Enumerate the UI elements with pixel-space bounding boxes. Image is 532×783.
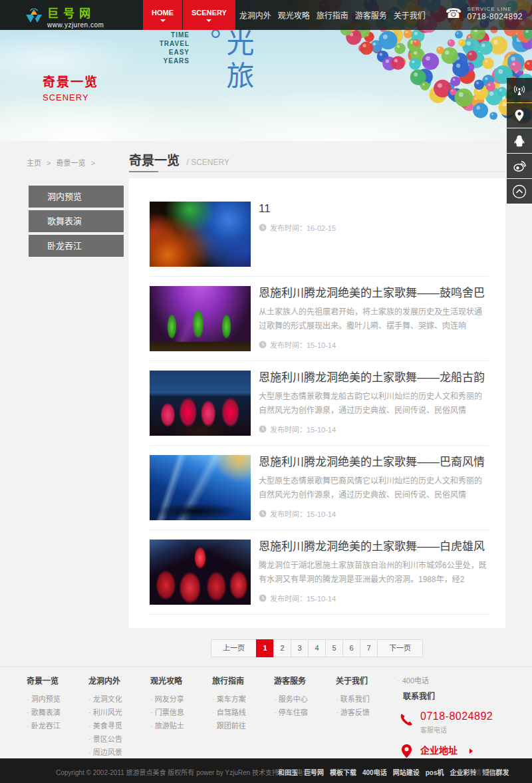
footer-link[interactable]: 利川风光: [88, 706, 148, 719]
footer-link[interactable]: 景区公告: [88, 732, 148, 746]
logo-url: www.yzjuren.com: [47, 21, 104, 29]
nav-item-longdong[interactable]: 龙洞内外: [236, 0, 275, 30]
article-title[interactable]: 恩施利川腾龙洞绝美的土家歌舞——鼓鸣舍巴: [259, 286, 489, 301]
pagination-next[interactable]: 下一页: [377, 639, 423, 657]
bottom-link[interactable]: 网站建设: [393, 767, 420, 777]
article-thumbnail-green-dancers[interactable]: [150, 286, 251, 351]
pagination-page-1[interactable]: 1: [256, 639, 274, 657]
bottom-link[interactable]: 和田玉: [278, 767, 298, 777]
breadcrumb: 主页 > 奇景一览 >: [27, 157, 98, 168]
bottom-link[interactable]: 模板下载: [330, 767, 356, 777]
article-row[interactable]: 恩施利川腾龙洞绝美的土家歌舞——白虎雄风 腾龙洞位于湖北恩施土家族苗族自治州的利…: [150, 530, 489, 615]
footer-link-400[interactable]: 400电话: [398, 675, 517, 685]
footer-link[interactable]: 服务中心: [274, 693, 334, 706]
article-list-panel: 11 发布时间：16-02-15 恩施利川腾龙洞绝美的土家歌舞——鼓鸣舍巴 从土…: [129, 178, 505, 628]
sidebar-item-song-dance[interactable]: 歌舞表演: [29, 210, 124, 232]
article-date: 发布时间：16-02-15: [259, 222, 489, 233]
back-to-top-button[interactable]: [507, 179, 532, 204]
article-thumbnail-pink-dancers[interactable]: [150, 371, 251, 436]
weibo-button[interactable]: [507, 154, 532, 178]
nav-item-youke[interactable]: 游客服务: [352, 0, 390, 30]
contact-phone-number: 0718-8024892: [420, 710, 493, 722]
pagination-page-7[interactable]: 7: [360, 639, 378, 657]
article-date: 发布时间：15-10-14: [259, 339, 489, 350]
nav-item-scenery[interactable]: SCENERY: [183, 0, 235, 30]
article-date: 发布时间：15-10-14: [259, 593, 489, 603]
breadcrumb-home[interactable]: 主页: [27, 159, 41, 167]
location-pin-icon: [514, 109, 525, 122]
footer-column-scenery: 奇景一览 洞内预览 歌舞表演 卧龙吞江: [27, 675, 86, 732]
contact-phone-label: 客服电话: [420, 724, 493, 734]
footer-link[interactable]: 停车住宿: [274, 706, 334, 719]
location-button[interactable]: [507, 103, 532, 128]
contact-address-title[interactable]: 企业地址: [420, 745, 458, 756]
bottom-link[interactable]: 400电话: [362, 767, 387, 777]
pagination-page-5[interactable]: 5: [325, 639, 343, 657]
article-row[interactable]: 恩施利川腾龙洞绝美的土家歌舞——鼓鸣舍巴 从土家族人的先祖廪君开始，将土家族的发…: [150, 277, 489, 361]
sidebar-item-wolong[interactable]: 卧龙吞江: [29, 235, 124, 257]
article-description: 从土家族人的先祖廪君开始，将土家族的发展历史及生活现状通过歌舞的形式展现出来。撒…: [259, 305, 489, 333]
footer-link[interactable]: 自驾路线: [212, 706, 272, 719]
footer-link[interactable]: 乘车方案: [212, 693, 272, 706]
bottom-link[interactable]: 巨号网: [304, 767, 324, 777]
telephone-icon: ☎: [446, 5, 462, 21]
pagination-page-4[interactable]: 4: [308, 639, 326, 657]
pagination-page-2[interactable]: 2: [273, 639, 291, 657]
article-date: 发布时间：15-10-14: [259, 508, 489, 519]
sidebar-item-cave-preview[interactable]: 洞内预览: [29, 186, 124, 208]
hero-title: 奇景一览: [43, 72, 98, 90]
footer-link[interactable]: 洞内预览: [27, 693, 86, 706]
broadcast-button[interactable]: [507, 78, 532, 102]
footer-link[interactable]: 联系我们: [336, 693, 396, 706]
article-title[interactable]: 恩施利川腾龙洞绝美的土家歌舞——白虎雄风: [259, 540, 489, 554]
floating-toolbar: [507, 78, 532, 204]
article-row[interactable]: 恩施利川腾龙洞绝美的土家歌舞——巴裔风情 大型原生态情景歌舞巴裔风情它以利川灿烂…: [150, 446, 489, 530]
phone-icon: [399, 712, 414, 727]
article-title[interactable]: 恩施利川腾龙洞绝美的土家歌舞——巴裔风情: [259, 455, 489, 470]
signal-icon: [513, 84, 525, 96]
footer-link[interactable]: 旅游贴士: [150, 719, 210, 732]
footer-link[interactable]: 卧龙吞江: [27, 719, 86, 732]
footer-link[interactable]: 网友分享: [150, 693, 210, 706]
footer-link[interactable]: 歌舞表演: [27, 706, 86, 719]
article-thumbnail-red-dancers[interactable]: [150, 540, 251, 605]
site-logo[interactable]: 巨号网 www.yzjuren.com: [24, 4, 104, 29]
footer-link[interactable]: 跟团前往: [212, 719, 272, 732]
footer-link[interactable]: 美食寻觅: [88, 719, 148, 732]
article-thumbnail-blue-stage[interactable]: [150, 455, 251, 520]
weibo-icon: [513, 160, 526, 172]
footer-link[interactable]: 门票信息: [150, 706, 210, 719]
footer-column-youke: 游客服务 服务中心 停车住宿: [274, 675, 334, 719]
article-thumbnail-cave[interactable]: [150, 202, 251, 267]
nav-item-home[interactable]: HOME: [143, 0, 182, 30]
bottom-link[interactable]: pos机: [426, 767, 444, 777]
title-divider: [129, 172, 505, 172]
clock-icon: [259, 510, 267, 518]
page-title: 奇景一览: [129, 150, 180, 168]
pagination-page-6[interactable]: 6: [342, 639, 360, 657]
category-sidebar: 洞内预览 歌舞表演 卧龙吞江: [29, 186, 124, 259]
article-row[interactable]: 恩施利川腾龙洞绝美的土家歌舞——龙船古韵 大型原生态情景歌舞龙船古韵它以利川灿烂…: [150, 361, 489, 446]
footer-column-lvxing: 旅行指南 乘车方案 自驾路线 跟团前往: [212, 675, 272, 732]
pagination-prev[interactable]: 上一页: [211, 639, 257, 657]
article-description: 大型原生态情景歌舞巴裔风情它以利川灿烂的历史人文和秀丽的自然风光为创作源泉，通过…: [259, 474, 489, 502]
footer-link[interactable]: 周边风景: [88, 746, 148, 759]
clock-icon: [259, 425, 267, 433]
article-row[interactable]: 11 发布时间：16-02-15: [150, 202, 489, 277]
nav-item-guanyu[interactable]: 关于我们: [390, 0, 429, 30]
nav-item-lvxing[interactable]: 旅行指南: [313, 0, 352, 30]
footer-link[interactable]: 龙洞文化: [88, 693, 148, 706]
footer-contact: 400电话 联系我们 0718-8024892 客服电话 企业地址 恩施州恩施市: [398, 675, 517, 768]
article-title[interactable]: 11: [259, 202, 489, 216]
caret-down-icon: [206, 19, 211, 22]
footer-column-guanyu: 关于我们 联系我们 游客反馈: [336, 675, 396, 719]
qq-button[interactable]: [507, 128, 532, 153]
breadcrumb-current[interactable]: 奇景一览: [57, 159, 86, 167]
qq-icon: [513, 134, 525, 147]
clock-icon: [259, 341, 267, 349]
hero-subtitle: SCENERY: [43, 92, 98, 102]
footer-link[interactable]: 游客反馈: [336, 706, 396, 719]
article-title[interactable]: 恩施利川腾龙洞绝美的土家歌舞——龙船古韵: [259, 371, 489, 385]
nav-item-guanguang[interactable]: 观光攻略: [275, 0, 313, 30]
pagination-page-3[interactable]: 3: [291, 639, 309, 657]
